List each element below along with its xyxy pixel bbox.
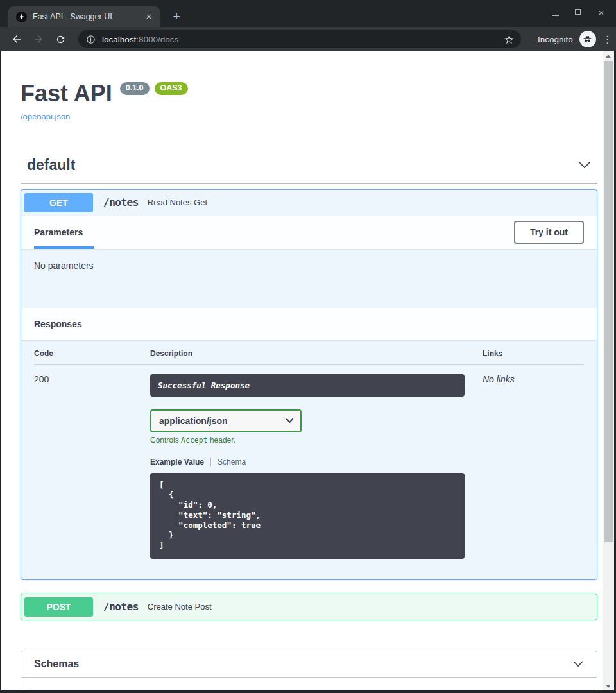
- response-code: 200: [34, 374, 150, 570]
- page-info-icon[interactable]: [86, 35, 96, 44]
- schemas-header[interactable]: Schemas: [21, 651, 597, 678]
- no-parameters-text: No parameters: [21, 249, 597, 308]
- scroll-down-button[interactable]: [603, 681, 614, 690]
- version-badge: 0.1.0: [120, 82, 150, 95]
- responses-table: Code Description Links 200 Successful Re…: [21, 340, 597, 579]
- browser-menu-icon[interactable]: ⋮: [603, 33, 613, 46]
- example-code-block: [ { "id": 0, "text": "string", "complete…: [150, 473, 465, 559]
- url-text: localhost:8000/docs: [102, 35, 504, 44]
- tag-name: default: [27, 157, 75, 174]
- incognito-label: Incognito: [538, 35, 573, 44]
- operation-summary-text: Read Notes Get: [148, 198, 207, 207]
- bookmark-star-icon[interactable]: [504, 34, 515, 45]
- opblock-post-notes: POST /notes Create Note Post: [21, 594, 597, 620]
- accept-header-note: Controls Accept header.: [150, 436, 483, 445]
- openapi-json-link[interactable]: /openapi.json: [21, 112, 70, 121]
- operation-summary-text: Create Note Post: [148, 602, 212, 612]
- get-method-badge: GET: [24, 193, 93, 212]
- operation-path: /notes: [103, 196, 139, 209]
- browser-window: Fast API - Swagger UI × + × localhost:80…: [0, 0, 616, 693]
- tag-section-default[interactable]: default: [21, 157, 597, 184]
- schemas-section: Schemas Note: [21, 651, 597, 690]
- no-links-text: No links: [483, 374, 584, 570]
- api-title-text: Fast API: [21, 81, 112, 107]
- incognito-icon: [579, 31, 596, 47]
- address-bar[interactable]: localhost:8000/docs: [78, 30, 521, 48]
- maximize-button[interactable]: [572, 6, 584, 18]
- tab-example-value[interactable]: Example Value: [150, 458, 204, 466]
- scroll-up-button[interactable]: [603, 51, 614, 60]
- tab-schema[interactable]: Schema: [218, 458, 246, 466]
- schemas-body: Note: [21, 678, 597, 690]
- titlebar: Fast API - Swagger UI × + ×: [0, 0, 616, 27]
- fastapi-favicon-icon: [16, 12, 27, 22]
- browser-tab[interactable]: Fast API - Swagger UI ×: [8, 6, 160, 27]
- forward-button[interactable]: [30, 30, 47, 48]
- column-header-links: Links: [483, 349, 584, 358]
- tab-divider: [210, 458, 211, 466]
- tab-title: Fast API - Swagger UI: [33, 12, 143, 21]
- tab-close-icon[interactable]: ×: [143, 11, 155, 22]
- page-title: Fast API 0.1.0 OAS3: [21, 81, 597, 107]
- parameters-tab-underline: [34, 246, 94, 249]
- opblock-get-notes: GET /notes Read Notes Get Parameters Try…: [21, 189, 597, 580]
- scrollbar[interactable]: [603, 51, 614, 690]
- page-viewport: Fast API 0.1.0 OAS3 /openapi.json defaul…: [1, 51, 614, 690]
- operation-path: /notes: [103, 601, 139, 613]
- try-it-out-button[interactable]: Try it out: [514, 221, 584, 244]
- scrollbar-thumb[interactable]: [604, 61, 613, 542]
- api-info: Fast API 0.1.0 OAS3 /openapi.json: [21, 81, 597, 122]
- responses-header: Responses: [21, 308, 597, 340]
- minimize-button[interactable]: [549, 6, 561, 18]
- model-example-tabs: Example Value Schema: [150, 458, 483, 466]
- refresh-button[interactable]: [51, 30, 69, 48]
- chevron-down-icon: [572, 660, 584, 667]
- column-header-description: Description: [150, 349, 483, 358]
- get-operation-summary[interactable]: GET /notes Read Notes Get: [21, 190, 597, 216]
- tab-parameters[interactable]: Parameters: [34, 227, 83, 238]
- back-button[interactable]: [8, 30, 26, 48]
- get-operation-body: Parameters Try it out No parameters Resp…: [21, 216, 597, 579]
- chevron-down-icon: [578, 161, 591, 169]
- toolbar: localhost:8000/docs Incognito ⋮: [0, 27, 616, 51]
- select-chevron-down-icon: [286, 418, 294, 424]
- post-operation-summary[interactable]: POST /notes Create Note Post: [21, 594, 597, 620]
- new-tab-button[interactable]: +: [168, 9, 185, 26]
- window-controls: ×: [549, 6, 607, 18]
- example-json: [ { "id": 0, "text": "string", "complete…: [159, 480, 456, 551]
- post-method-badge: POST: [24, 597, 93, 617]
- swagger-page: Fast API 0.1.0 OAS3 /openapi.json defaul…: [1, 51, 603, 690]
- column-header-code: Code: [34, 349, 150, 358]
- response-description-box: Successful Response: [150, 374, 465, 397]
- close-button[interactable]: ×: [595, 6, 607, 18]
- parameters-header: Parameters Try it out: [21, 216, 597, 249]
- media-type-select[interactable]: application/json: [150, 409, 302, 432]
- response-row-200: 200 Successful Response application/json: [34, 365, 584, 570]
- oas3-badge: OAS3: [155, 82, 188, 95]
